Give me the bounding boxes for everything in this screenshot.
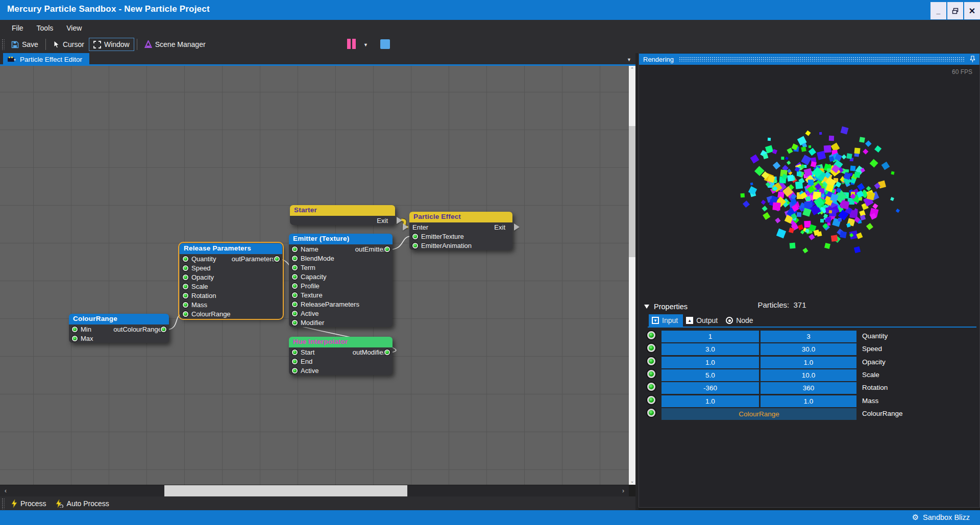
pin-icon[interactable]: [970, 56, 975, 63]
input-port-icon[interactable]: [292, 274, 298, 280]
node-title[interactable]: Starter: [290, 205, 395, 216]
input-port-icon[interactable]: [292, 302, 298, 307]
min-value-cell[interactable]: 1.0: [662, 357, 759, 368]
value-cell[interactable]: ColourRange: [662, 408, 856, 420]
input-port-icon[interactable]: [292, 320, 298, 326]
input-port-icon[interactable]: [292, 256, 298, 261]
input-port-icon[interactable]: [292, 292, 298, 298]
input-port-icon[interactable]: [292, 283, 298, 289]
exit-port-icon[interactable]: [514, 223, 520, 231]
input-port-icon[interactable]: [72, 336, 78, 341]
input-port-icon[interactable]: [292, 246, 298, 252]
process-button[interactable]: Process: [7, 498, 51, 509]
max-value-cell[interactable]: 360: [761, 382, 856, 394]
rendering-panel-header[interactable]: Rendering: [639, 54, 979, 65]
toolbar-grip[interactable]: [2, 498, 5, 509]
port-orb-icon[interactable]: [647, 357, 655, 365]
wire-1[interactable]: [391, 236, 410, 249]
properties-tab-node[interactable]: Node: [723, 314, 758, 327]
output-port-icon[interactable]: [384, 246, 390, 252]
scroll-down-arrow[interactable]: ⌄: [629, 478, 635, 485]
input-port-icon[interactable]: [183, 293, 188, 298]
node-hue-interpolator[interactable]: Hue InterpolatorStartoutModifierEndActiv…: [289, 337, 393, 375]
port-orb-icon[interactable]: [647, 409, 655, 417]
max-value-cell[interactable]: 1.0: [761, 357, 856, 368]
input-port-icon[interactable]: [183, 311, 188, 317]
auto-process-button[interactable]: Auto Process: [51, 498, 114, 509]
output-port-icon[interactable]: [384, 349, 390, 355]
stop-button[interactable]: [380, 39, 390, 49]
node-title[interactable]: ColourRange: [69, 314, 169, 324]
min-value-cell[interactable]: 3.0: [662, 343, 759, 355]
save-button[interactable]: Save: [7, 38, 43, 51]
input-port-icon[interactable]: [292, 265, 298, 270]
max-value-cell[interactable]: 3: [761, 331, 856, 342]
cursor-button[interactable]: Cursor: [48, 38, 89, 51]
properties-tab-input[interactable]: ▼ Input: [649, 314, 683, 327]
input-port-icon[interactable]: [292, 368, 298, 373]
node-release-parameters[interactable]: Release ParametersQuantityoutParametersS…: [180, 243, 282, 318]
node-title[interactable]: Hue Interpolator: [289, 337, 393, 347]
restore-button[interactable]: [947, 2, 963, 19]
scroll-up-arrow[interactable]: ⌃: [629, 66, 635, 73]
node-colourrange[interactable]: ColourRangeMinoutColourRangeMax: [69, 314, 169, 343]
menu-tools[interactable]: Tools: [30, 21, 60, 35]
tab-overflow-caret[interactable]: ▼: [627, 57, 631, 62]
port-orb-icon[interactable]: [647, 344, 655, 352]
scroll-left-arrow[interactable]: ‹: [0, 485, 11, 496]
min-value-cell[interactable]: 5.0: [662, 369, 759, 381]
input-port-icon[interactable]: [412, 234, 418, 239]
scroll-right-arrow[interactable]: ›: [618, 485, 629, 496]
horizontal-scrollbar[interactable]: ‹ ›: [0, 485, 629, 496]
brand-badge[interactable]: ⚙ Sandbox Blizz: [912, 513, 970, 522]
minimize-button[interactable]: _: [930, 2, 946, 19]
input-port-icon[interactable]: [183, 256, 188, 262]
node-particle-effect[interactable]: Particle EffectEnterExitEmitterTextureEm…: [409, 212, 512, 250]
input-port-icon[interactable]: [183, 265, 188, 271]
max-value-cell[interactable]: 1.0: [761, 395, 856, 407]
output-port-icon[interactable]: [274, 256, 280, 262]
properties-tab-output[interactable]: ▲ Output: [683, 314, 723, 327]
particle-square: [790, 242, 796, 248]
wire-3[interactable]: [167, 314, 181, 330]
node-title[interactable]: Particle Effect: [409, 212, 512, 222]
window-button[interactable]: Window: [89, 38, 134, 51]
scene-manager-button[interactable]: Scene Manager: [140, 38, 210, 51]
input-port-icon[interactable]: [183, 302, 188, 308]
vertical-scrollbar[interactable]: ⌃ ⌄: [629, 66, 635, 485]
horizontal-scroll-thumb[interactable]: [164, 485, 407, 496]
input-port-icon[interactable]: [292, 349, 298, 355]
min-value-cell[interactable]: 1: [662, 331, 759, 342]
input-port-icon[interactable]: [412, 243, 418, 248]
node-starter[interactable]: StarterExit: [290, 205, 395, 225]
input-port-icon[interactable]: [183, 284, 188, 289]
pause-button[interactable]: ▼: [347, 39, 368, 51]
node-title[interactable]: Emitter (Texture): [289, 234, 393, 244]
exit-port-icon[interactable]: [397, 217, 402, 224]
enter-port-icon[interactable]: [403, 223, 408, 231]
toolbar-grip[interactable]: [2, 39, 5, 50]
input-port-icon[interactable]: [292, 359, 298, 364]
tab-particle-effect-editor[interactable]: Particle Effect Editor: [3, 53, 89, 65]
port-orb-icon[interactable]: [647, 370, 655, 378]
node-title[interactable]: Release Parameters: [180, 243, 282, 254]
input-port-icon[interactable]: [72, 327, 78, 332]
close-button[interactable]: ✕: [964, 2, 980, 19]
vertical-scroll-thumb[interactable]: [629, 126, 635, 257]
properties-header[interactable]: Properties: [644, 303, 688, 311]
port-orb-icon[interactable]: [647, 396, 655, 404]
input-port-icon[interactable]: [292, 311, 298, 316]
min-value-cell[interactable]: 1.0: [662, 395, 759, 407]
node-emitter-texture[interactable]: Emitter (Texture)NameoutEmitterBlendMode…: [289, 234, 393, 327]
input-port-icon[interactable]: [183, 274, 188, 280]
min-value-cell[interactable]: -360: [662, 382, 759, 394]
output-port-icon[interactable]: [161, 327, 166, 332]
port-orb-icon[interactable]: [647, 383, 655, 391]
port-orb-icon[interactable]: [647, 331, 655, 339]
node-graph-canvas[interactable]: StarterExitParticle EffectEnterExitEmitt…: [0, 66, 629, 485]
pause-dropdown-caret[interactable]: ▼: [363, 42, 368, 47]
menu-view[interactable]: View: [60, 21, 88, 35]
menu-file[interactable]: File: [5, 21, 30, 35]
max-value-cell[interactable]: 30.0: [761, 343, 856, 355]
max-value-cell[interactable]: 10.0: [761, 369, 856, 381]
